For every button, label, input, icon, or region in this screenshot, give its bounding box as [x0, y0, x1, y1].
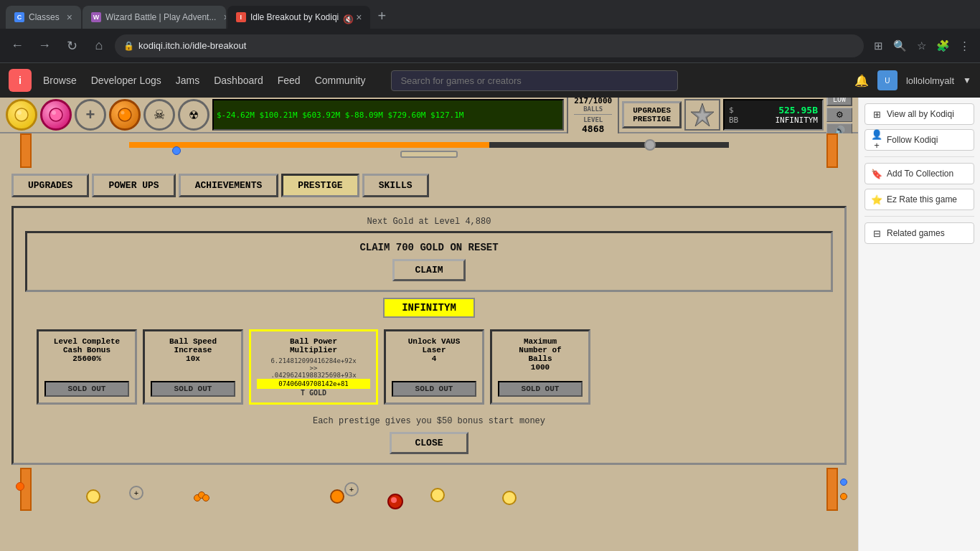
game-sidebar: ⊞ View all by Kodiqi 👤+ Follow Kodiqi 🔖 … [858, 98, 980, 551]
rate-game-button[interactable]: ⭐ Ez Rate this game [864, 189, 974, 210]
orange-ball-button[interactable] [109, 99, 141, 131]
card-title-level-complete: Level CompleteCash Bonus25600% [44, 337, 129, 375]
itch-logo[interactable]: i [9, 69, 32, 92]
view-all-button[interactable]: ⊞ View all by Kodiqi [864, 103, 974, 125]
card-title-max-balls: MaximumNumber ofBalls1000 [498, 337, 583, 375]
balls-label: BALLS [574, 105, 612, 113]
tab-favicon-idle: I [236, 12, 246, 22]
tab-idle-breakout[interactable]: I Idle Breakout by Kodiqi 🔇 × [227, 6, 371, 29]
add-to-collection-button[interactable]: 🔖 Add To Collection [864, 163, 974, 184]
upgrade-card-max-balls: MaximumNumber ofBalls1000 SOLD OUT [490, 329, 590, 405]
forward-button[interactable]: → [33, 34, 56, 57]
person-plus-icon: 👤+ [871, 134, 882, 146]
nav-developer-logs[interactable]: Developer Logs [91, 75, 161, 86]
bell-icon[interactable]: 🔔 [854, 74, 869, 88]
money-display: $ 525.95B BB INFINITYM [723, 99, 824, 131]
tab-wizard[interactable]: W Wizard Battle | Play Advent... × [83, 6, 226, 29]
nav-feed[interactable]: Feed [278, 75, 301, 86]
extension-icon[interactable]: 🧩 [933, 36, 953, 56]
rank-icon [684, 99, 720, 131]
blue-ball-field [172, 146, 181, 155]
bb-label: BB [729, 116, 738, 125]
add-to-collection-label: Add To Collection [887, 169, 953, 179]
upgrade-card-vaus-laser: Unlock VAUSLaser4 SOLD OUT [384, 329, 484, 405]
upgrades-prestige-button[interactable]: UPGRADES PRESTIGE [622, 101, 682, 128]
bottom-game-field: + + [0, 468, 858, 511]
nuclear-ball-button[interactable]: ☢ [178, 99, 209, 131]
follow-button[interactable]: 👤+ Follow Kodiqi [864, 129, 974, 151]
progress-bar-bg [129, 142, 729, 148]
skull-ball-button[interactable]: ☠ [143, 99, 175, 131]
left-side-block-top [20, 133, 32, 168]
ball-plus-field: + [129, 486, 143, 500]
upgrade-card-ball-power[interactable]: Ball PowerMultiplier 6.214812099416284e+… [249, 329, 378, 405]
tab-close-wizard[interactable]: × [223, 11, 225, 23]
upgrade-cards: Level CompleteCash Bonus25600% SOLD OUT … [25, 324, 833, 410]
next-gold-text: Next Gold at Level 4,880 [25, 217, 833, 227]
search-input[interactable] [391, 70, 678, 91]
tab-upgrades[interactable]: UPGRADES [11, 174, 89, 197]
claim-button[interactable]: CLAIM [392, 259, 465, 281]
star-icon: ⭐ [871, 194, 882, 205]
infinitym-badge: INFINITYM [383, 298, 475, 318]
level-label: LEVEL [574, 116, 612, 123]
tab-skills[interactable]: SKILLS [362, 174, 429, 197]
bookmark-star-icon[interactable]: ☆ [911, 36, 931, 56]
card-title-vaus-laser: Unlock VAUSLaser4 [392, 337, 476, 375]
tab-favicon-classes: C [14, 12, 24, 22]
address-bar[interactable]: 🔒 kodiqi.itch.io/idle-breakout [115, 34, 864, 57]
reload-button[interactable]: ↻ [60, 34, 83, 57]
tab-power-ups[interactable]: POWER UPS [92, 174, 175, 197]
address-text: kodiqi.itch.io/idle-breakout [138, 40, 246, 51]
paddle [400, 151, 458, 158]
level-value: 4868 [574, 123, 612, 134]
yellow-ball-button[interactable] [6, 99, 37, 131]
svg-point-4 [118, 108, 131, 121]
right-side-block-top [826, 133, 838, 168]
nav-browse[interactable]: Browse [43, 75, 77, 86]
user-dropdown-arrow[interactable]: ▼ [963, 75, 971, 85]
ball-red-field [387, 494, 403, 509]
nav-jams[interactable]: Jams [176, 75, 199, 86]
new-tab-button[interactable]: + [372, 5, 392, 27]
bb-value: INFINITYM [775, 116, 818, 125]
ball-indicator [644, 139, 656, 151]
sold-out-ball-speed[interactable]: SOLD OUT [151, 381, 235, 397]
related-games-button[interactable]: ⊟ Related games [864, 222, 974, 244]
game-top-bar: + ☠ ☢ $-24.62M $100.21M $603.92M $-88.09… [0, 98, 858, 133]
add-ball-button[interactable]: + [75, 99, 106, 131]
nav-right: 🔔 U lollololmyalt ▼ [854, 70, 971, 90]
nav-search-area [391, 70, 678, 91]
home-button[interactable]: ⌂ [88, 34, 110, 57]
sold-out-level-complete[interactable]: SOLD OUT [44, 381, 129, 397]
tab-close-classes[interactable]: × [67, 11, 72, 23]
card-cost-ball-power: 07406049708142e+81 [257, 379, 370, 389]
tab-favicon-wizard: W [91, 12, 101, 22]
claim-box: CLAIM 700 GOLD ON RESET CLAIM [25, 231, 833, 292]
tab-prestige[interactable]: PRESTIGE [281, 174, 359, 197]
gear-button[interactable]: ⚙ [826, 108, 852, 122]
card-value-ball-power: 6.214812099416284e+92x>>.042962419883256… [257, 357, 370, 379]
tab-classes[interactable]: C Classes × [6, 6, 81, 29]
nav-community[interactable]: Community [315, 75, 366, 86]
nav-dashboard[interactable]: Dashboard [214, 75, 263, 86]
prestige-footer: Each prestige gives you $50 bonus start … [25, 416, 833, 426]
close-button[interactable]: CLOSE [390, 432, 468, 454]
sold-out-max-balls[interactable]: SOLD OUT [498, 381, 583, 397]
svg-point-5 [121, 111, 125, 115]
bookmark-icon: 🔖 [871, 168, 882, 179]
level-display: 217/1000 BALLS LEVEL 4868 [567, 98, 619, 137]
sold-out-vaus-laser[interactable]: SOLD OUT [392, 381, 476, 397]
username-label: lollololmyalt [906, 75, 954, 86]
translate-icon[interactable]: ⊞ [868, 36, 888, 56]
tab-mute-icon[interactable]: 🔇 [343, 14, 349, 20]
tab-close-idle[interactable]: × [356, 11, 362, 23]
dollar-sign: $ [729, 105, 734, 115]
more-menu-icon[interactable]: ⋮ [954, 36, 974, 56]
toolbar-right-icons: ⊞ 🔍 ☆ 🧩 ⋮ [868, 36, 974, 56]
tab-achievements[interactable]: ACHIEVEMENTS [179, 174, 279, 197]
quality-button[interactable]: LOW [826, 98, 852, 106]
pink-ball-button[interactable] [40, 99, 72, 131]
back-button[interactable]: ← [6, 34, 29, 57]
search-icon[interactable]: 🔍 [890, 36, 910, 56]
